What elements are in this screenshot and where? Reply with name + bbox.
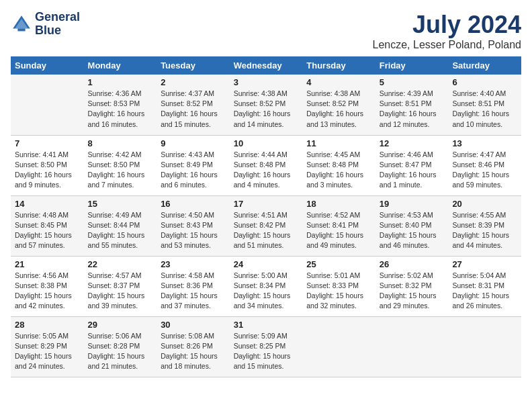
calendar-cell: 29Sunrise: 5:06 AMSunset: 8:28 PMDayligh… — [84, 316, 157, 377]
calendar-cell: 26Sunrise: 5:02 AMSunset: 8:32 PMDayligh… — [375, 256, 449, 316]
calendar-cell — [375, 316, 449, 377]
calendar-cell: 24Sunrise: 5:00 AMSunset: 8:34 PMDayligh… — [230, 256, 303, 316]
col-thursday: Thursday — [302, 56, 375, 75]
calendar-cell: 9Sunrise: 4:43 AMSunset: 8:49 PMDaylight… — [157, 135, 230, 195]
day-number: 8 — [88, 138, 153, 148]
day-info: Sunrise: 4:41 AMSunset: 8:50 PMDaylight:… — [15, 150, 80, 191]
calendar-cell: 8Sunrise: 4:42 AMSunset: 8:50 PMDaylight… — [84, 135, 157, 195]
calendar-cell: 31Sunrise: 5:09 AMSunset: 8:25 PMDayligh… — [230, 316, 303, 377]
day-info: Sunrise: 5:04 AMSunset: 8:31 PMDaylight:… — [452, 271, 517, 312]
day-number: 24 — [234, 259, 299, 269]
calendar-cell — [11, 75, 84, 135]
day-info: Sunrise: 5:08 AMSunset: 8:26 PMDaylight:… — [161, 331, 226, 372]
day-number: 27 — [452, 259, 517, 269]
day-info: Sunrise: 4:37 AMSunset: 8:52 PMDaylight:… — [161, 89, 226, 130]
calendar-header: Sunday Monday Tuesday Wednesday Thursday… — [11, 56, 521, 75]
day-info: Sunrise: 5:01 AMSunset: 8:33 PMDaylight:… — [306, 271, 371, 312]
day-number: 1 — [88, 77, 153, 87]
calendar-cell: 2Sunrise: 4:37 AMSunset: 8:52 PMDaylight… — [157, 75, 230, 135]
calendar-cell — [448, 316, 521, 377]
calendar-cell — [302, 316, 375, 377]
day-info: Sunrise: 5:06 AMSunset: 8:28 PMDaylight:… — [88, 331, 153, 372]
title-area: July 2024 Lencze, Lesser Poland, Poland — [373, 11, 521, 51]
day-number: 26 — [380, 259, 445, 269]
header-row: Sunday Monday Tuesday Wednesday Thursday… — [11, 56, 521, 75]
day-info: Sunrise: 4:55 AMSunset: 8:39 PMDaylight:… — [452, 210, 517, 251]
day-number: 28 — [15, 320, 80, 330]
calendar-cell: 15Sunrise: 4:49 AMSunset: 8:44 PMDayligh… — [84, 195, 157, 256]
day-info: Sunrise: 4:57 AMSunset: 8:37 PMDaylight:… — [88, 271, 153, 312]
logo-line1: General — [35, 11, 80, 24]
logo: General Blue — [11, 11, 80, 38]
day-number: 18 — [306, 199, 371, 209]
logo-text: General Blue — [35, 11, 80, 38]
day-number: 21 — [15, 259, 80, 269]
day-number: 16 — [161, 199, 226, 209]
col-wednesday: Wednesday — [230, 56, 303, 75]
day-number: 4 — [306, 77, 371, 87]
day-number: 20 — [452, 199, 517, 209]
week-row-3: 14Sunrise: 4:48 AMSunset: 8:45 PMDayligh… — [11, 195, 521, 256]
calendar-cell: 25Sunrise: 5:01 AMSunset: 8:33 PMDayligh… — [302, 256, 375, 316]
logo-line2: Blue — [35, 24, 80, 38]
day-info: Sunrise: 4:42 AMSunset: 8:50 PMDaylight:… — [88, 150, 153, 191]
day-info: Sunrise: 4:43 AMSunset: 8:49 PMDaylight:… — [161, 150, 226, 191]
day-info: Sunrise: 4:38 AMSunset: 8:52 PMDaylight:… — [306, 89, 371, 130]
day-number: 29 — [88, 320, 153, 330]
day-number: 2 — [161, 77, 226, 87]
location-title: Lencze, Lesser Poland, Poland — [373, 39, 521, 51]
calendar-cell: 21Sunrise: 4:56 AMSunset: 8:38 PMDayligh… — [11, 256, 84, 316]
day-number: 5 — [380, 77, 445, 87]
day-info: Sunrise: 4:45 AMSunset: 8:48 PMDaylight:… — [306, 150, 371, 191]
calendar-cell: 14Sunrise: 4:48 AMSunset: 8:45 PMDayligh… — [11, 195, 84, 256]
day-number: 30 — [161, 320, 226, 330]
calendar-cell: 22Sunrise: 4:57 AMSunset: 8:37 PMDayligh… — [84, 256, 157, 316]
calendar-cell: 19Sunrise: 4:53 AMSunset: 8:40 PMDayligh… — [375, 195, 449, 256]
day-info: Sunrise: 5:05 AMSunset: 8:29 PMDaylight:… — [15, 331, 80, 372]
col-sunday: Sunday — [11, 56, 84, 75]
calendar-cell: 7Sunrise: 4:41 AMSunset: 8:50 PMDaylight… — [11, 135, 84, 195]
week-row-2: 7Sunrise: 4:41 AMSunset: 8:50 PMDaylight… — [11, 135, 521, 195]
week-row-4: 21Sunrise: 4:56 AMSunset: 8:38 PMDayligh… — [11, 256, 521, 316]
day-number: 25 — [306, 259, 371, 269]
day-number: 13 — [452, 138, 517, 148]
day-number: 7 — [15, 138, 80, 148]
day-info: Sunrise: 4:36 AMSunset: 8:53 PMDaylight:… — [88, 89, 153, 130]
calendar-cell: 16Sunrise: 4:50 AMSunset: 8:43 PMDayligh… — [157, 195, 230, 256]
calendar-cell: 30Sunrise: 5:08 AMSunset: 8:26 PMDayligh… — [157, 316, 230, 377]
day-number: 12 — [380, 138, 445, 148]
day-info: Sunrise: 4:56 AMSunset: 8:38 PMDaylight:… — [15, 271, 80, 312]
day-info: Sunrise: 4:53 AMSunset: 8:40 PMDaylight:… — [380, 210, 445, 251]
calendar-table: Sunday Monday Tuesday Wednesday Thursday… — [11, 56, 521, 377]
svg-rect-2 — [17, 28, 25, 31]
day-number: 14 — [15, 199, 80, 209]
calendar-cell: 1Sunrise: 4:36 AMSunset: 8:53 PMDaylight… — [84, 75, 157, 135]
day-number: 3 — [234, 77, 299, 87]
calendar-cell: 3Sunrise: 4:38 AMSunset: 8:52 PMDaylight… — [230, 75, 303, 135]
day-info: Sunrise: 5:02 AMSunset: 8:32 PMDaylight:… — [380, 271, 445, 312]
day-info: Sunrise: 4:52 AMSunset: 8:41 PMDaylight:… — [306, 210, 371, 251]
day-info: Sunrise: 4:46 AMSunset: 8:47 PMDaylight:… — [380, 150, 445, 191]
calendar-cell: 20Sunrise: 4:55 AMSunset: 8:39 PMDayligh… — [448, 195, 521, 256]
calendar-cell: 23Sunrise: 4:58 AMSunset: 8:36 PMDayligh… — [157, 256, 230, 316]
calendar-cell: 10Sunrise: 4:44 AMSunset: 8:48 PMDayligh… — [230, 135, 303, 195]
day-number: 19 — [380, 199, 445, 209]
day-number: 17 — [234, 199, 299, 209]
day-info: Sunrise: 4:51 AMSunset: 8:42 PMDaylight:… — [234, 210, 299, 251]
day-info: Sunrise: 5:00 AMSunset: 8:34 PMDaylight:… — [234, 271, 299, 312]
calendar-body: 1Sunrise: 4:36 AMSunset: 8:53 PMDaylight… — [11, 75, 521, 377]
day-info: Sunrise: 4:49 AMSunset: 8:44 PMDaylight:… — [88, 210, 153, 251]
day-info: Sunrise: 4:58 AMSunset: 8:36 PMDaylight:… — [161, 271, 226, 312]
calendar-cell: 17Sunrise: 4:51 AMSunset: 8:42 PMDayligh… — [230, 195, 303, 256]
day-number: 23 — [161, 259, 226, 269]
calendar-cell: 27Sunrise: 5:04 AMSunset: 8:31 PMDayligh… — [448, 256, 521, 316]
day-info: Sunrise: 4:44 AMSunset: 8:48 PMDaylight:… — [234, 150, 299, 191]
day-number: 31 — [234, 320, 299, 330]
calendar-cell: 18Sunrise: 4:52 AMSunset: 8:41 PMDayligh… — [302, 195, 375, 256]
day-number: 11 — [306, 138, 371, 148]
day-info: Sunrise: 4:39 AMSunset: 8:51 PMDaylight:… — [380, 89, 445, 130]
day-info: Sunrise: 4:48 AMSunset: 8:45 PMDaylight:… — [15, 210, 80, 251]
calendar-cell: 13Sunrise: 4:47 AMSunset: 8:46 PMDayligh… — [448, 135, 521, 195]
day-info: Sunrise: 4:50 AMSunset: 8:43 PMDaylight:… — [161, 210, 226, 251]
logo-icon — [11, 13, 32, 35]
